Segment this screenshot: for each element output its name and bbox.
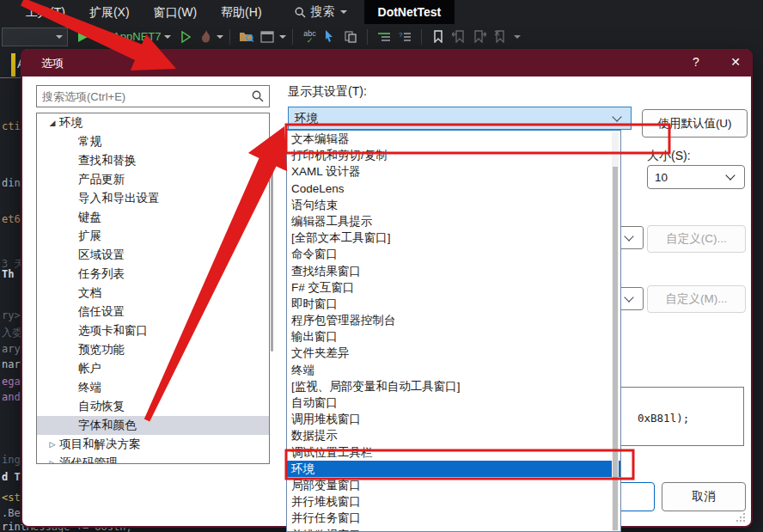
tree-item[interactable]: 信任设置	[37, 303, 269, 321]
tree-item[interactable]: 预览功能	[37, 340, 269, 359]
config-dropdown[interactable]	[2, 28, 68, 46]
tree-item[interactable]: 帐户	[37, 359, 269, 378]
indent-lines-icon[interactable]	[375, 28, 394, 46]
dropdown-item[interactable]: 文件夹差异	[287, 345, 620, 361]
menu-bar: 工具(T)扩展(X)窗口(W)帮助(H) 搜索 DotNetTest	[0, 0, 763, 24]
dropdown-item[interactable]: [监视、局部变量和自动工具窗口]	[287, 378, 620, 394]
size-combobox[interactable]: 10	[647, 165, 745, 189]
tree-expander-icon[interactable]: ▷	[46, 435, 59, 454]
menu-item[interactable]: 扩展(X)	[77, 0, 142, 24]
chevron-down-icon[interactable]	[514, 35, 521, 39]
dropdown-item[interactable]: 终端	[287, 362, 620, 378]
tree-item-label: 信任设置	[78, 303, 125, 321]
tree-item-label: 项目和解决方案	[59, 435, 141, 454]
options-search-box[interactable]	[36, 85, 270, 107]
code-fragment: .Be	[2, 507, 21, 519]
open-folder-search-icon[interactable]	[237, 28, 256, 46]
use-default-button[interactable]: 使用默认值(U)	[642, 109, 748, 138]
tree-item[interactable]: ▷ 源代码管理	[37, 454, 269, 464]
code-fragment: and	[2, 391, 21, 403]
tree-item[interactable]: 自动恢复	[37, 397, 269, 416]
selection-pointer-icon[interactable]	[320, 28, 339, 46]
dropdown-item[interactable]: 局部变量窗口	[287, 477, 620, 493]
close-button[interactable]: ✕	[718, 49, 753, 75]
sort-lines-icon[interactable]: ?	[395, 28, 414, 46]
dropdown-item[interactable]: 环境	[287, 461, 620, 477]
code-fragment: et6	[2, 213, 21, 225]
tree-item-label: 区域设置	[78, 246, 125, 265]
tree-item[interactable]: 产品更新	[37, 170, 269, 189]
profiler-flame-icon[interactable]	[197, 28, 216, 46]
dropdown-item[interactable]: 输出窗口	[287, 328, 620, 345]
run-target-label[interactable]: WpfAppNET7	[93, 30, 161, 43]
dropdown-item[interactable]: CodeLens	[287, 180, 620, 197]
dropdown-item[interactable]: 命令窗口	[287, 246, 620, 262]
dropdown-item[interactable]: 数据提示	[287, 427, 620, 443]
dropdown-item[interactable]: [全部文本工具窗口]	[287, 229, 620, 246]
toolbar-separator	[367, 29, 368, 45]
tree-item[interactable]: 文档	[37, 284, 269, 303]
dropdown-scrollbar-thumb[interactable]	[613, 167, 618, 530]
menu-item[interactable]: 窗口(W)	[142, 0, 210, 24]
tree-item-label: 字体和颜色	[78, 416, 137, 435]
tree-item[interactable]: ▷ 项目和解决方案	[37, 435, 269, 454]
tree-item[interactable]: 字体和颜色	[37, 416, 269, 435]
dropdown-item[interactable]: 自动窗口	[287, 394, 620, 411]
dropdown-item[interactable]: 即时窗口	[287, 296, 620, 312]
bookmark-clear-icon[interactable]	[491, 28, 510, 46]
dropdown-item[interactable]: 文本编辑器	[287, 131, 620, 147]
dropdown-item[interactable]: 调用堆栈窗口	[287, 411, 620, 427]
tree-item[interactable]: 终端	[37, 378, 269, 397]
search-control[interactable]: 搜索	[295, 4, 347, 20]
tree-item[interactable]: 键盘	[37, 208, 269, 227]
dropdown-item[interactable]: 查找结果窗口	[287, 263, 620, 279]
copy-format-icon[interactable]	[341, 28, 360, 46]
dropdown-item[interactable]: 并行堆栈窗口	[287, 493, 620, 510]
spell-check-icon[interactable]: abc✓	[300, 28, 319, 46]
chevron-down-icon[interactable]	[164, 35, 171, 39]
tree-item[interactable]: 区域设置	[37, 246, 269, 265]
tree-item[interactable]: 常规	[37, 132, 269, 151]
tree-item[interactable]: 任务列表	[37, 265, 269, 284]
cancel-button[interactable]: 取消	[662, 482, 746, 511]
search-label: 搜索	[311, 4, 335, 20]
code-fragment: ega	[2, 376, 21, 388]
dropdown-item[interactable]: 并排监视窗口	[287, 527, 620, 532]
tree-item[interactable]: 查找和替换	[37, 151, 269, 170]
menu-item[interactable]: 帮助(H)	[209, 0, 273, 24]
tree-item[interactable]: ◢ 环境	[37, 113, 269, 132]
start-without-debug-icon[interactable]	[176, 28, 195, 46]
bookmark-next-icon[interactable]	[470, 28, 489, 46]
menu-item[interactable]: 工具(T)	[14, 0, 77, 24]
bookmark-icon[interactable]	[429, 28, 448, 46]
tree-scrollbar[interactable]	[271, 161, 273, 352]
dropdown-item[interactable]: XAML 设计器	[287, 163, 620, 180]
help-button[interactable]: ?	[679, 49, 713, 75]
dropdown-item[interactable]: 编辑器工具提示	[287, 213, 620, 229]
tree-expander-icon[interactable]: ◢	[46, 113, 59, 132]
tree-item[interactable]: 扩展	[37, 227, 269, 246]
chevron-down-icon[interactable]	[279, 35, 286, 39]
resize-grip[interactable]	[736, 512, 746, 523]
tree-item-label: 产品更新	[78, 170, 125, 189]
chevron-down-icon[interactable]	[217, 35, 223, 39]
bookmark-prev-icon[interactable]	[449, 28, 468, 46]
chevron-down-icon	[612, 112, 621, 121]
dropdown-item[interactable]: 程序包管理器控制台	[287, 312, 620, 328]
dialog-titlebar[interactable]: 选项	[21, 49, 753, 76]
dropdown-item[interactable]: 语句结束	[287, 197, 620, 213]
dropdown-item[interactable]: 打印机和剪切/复制	[287, 147, 620, 163]
new-window-icon[interactable]	[258, 28, 277, 46]
settings-combobox-value: 环境	[289, 111, 613, 126]
options-search-input[interactable]	[37, 90, 252, 103]
dropdown-item[interactable]: 调试位置工具栏	[287, 444, 620, 461]
tree-item[interactable]: 导入和导出设置	[37, 189, 269, 208]
dropdown-item[interactable]: 并行任务窗口	[287, 510, 620, 526]
tree-item[interactable]: 选项卡和窗口	[37, 321, 269, 340]
tree-item-label: 预览功能	[78, 340, 125, 359]
start-debug-icon[interactable]	[78, 32, 88, 42]
tree-item-label: 文档	[78, 284, 101, 303]
dropdown-item[interactable]: F# 交互窗口	[287, 279, 620, 296]
tree-expander-icon[interactable]: ▷	[46, 454, 59, 464]
settings-combobox[interactable]: 环境	[288, 107, 632, 130]
